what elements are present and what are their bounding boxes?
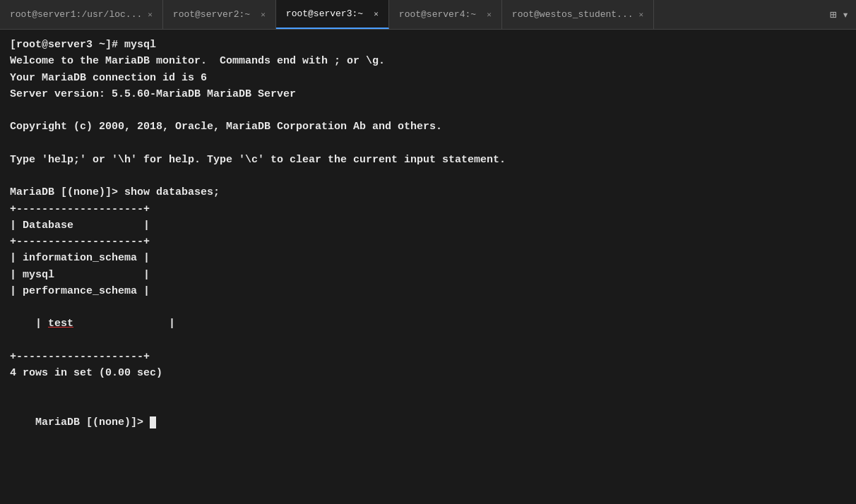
menu-icon[interactable]: ▾ xyxy=(842,8,849,22)
tab-westos[interactable]: root@westos_student... ✕ xyxy=(502,0,654,29)
tab-server2-close[interactable]: ✕ xyxy=(261,10,266,19)
copyright-line: Copyright (c) 2000, 2018, Oracle, MariaD… xyxy=(10,119,846,135)
table-header: | Database | xyxy=(10,217,846,234)
cursor xyxy=(150,416,156,428)
db-row4: | test | xyxy=(10,299,846,349)
help-line: Type 'help;' or '\h' for help. Type '\c'… xyxy=(10,152,846,168)
table-top: +--------------------+ xyxy=(10,201,846,217)
tab-server4-label: root@server4:~ xyxy=(399,9,476,20)
tab-server1-label: root@server1:/usr/loc... xyxy=(10,9,142,20)
tab-westos-label: root@westos_student... xyxy=(512,9,634,20)
tab-server3-close[interactable]: ✕ xyxy=(374,9,379,18)
tab-server2-label: root@server2:~ xyxy=(173,9,250,20)
version-line: Server version: 5.5.60-MariaDB MariaDB S… xyxy=(10,86,846,102)
final-prompt-line: MariaDB [(none)]> xyxy=(10,398,846,448)
db-row3: | performance_schema | xyxy=(10,283,846,299)
tab-server3-label: root@server3:~ xyxy=(286,8,363,19)
tab-server4[interactable]: root@server4:~ ✕ xyxy=(389,0,502,29)
db-row2: | mysql | xyxy=(10,267,846,283)
tab-server2[interactable]: root@server2:~ ✕ xyxy=(163,0,276,29)
tab-server3[interactable]: root@server3:~ ✕ xyxy=(276,0,389,29)
prompt-line: [root@server3 ~]# mysql xyxy=(10,37,846,53)
blank2 xyxy=(10,136,846,152)
new-tab-icon[interactable]: ⊞ xyxy=(830,8,837,22)
db-prompt: MariaDB [(none)]> show databases; xyxy=(10,184,846,200)
blank3 xyxy=(10,168,846,184)
tab-server1-close[interactable]: ✕ xyxy=(148,10,153,19)
tab-bar: root@server1:/usr/loc... ✕ root@server2:… xyxy=(0,0,856,30)
tab-server4-close[interactable]: ✕ xyxy=(487,10,492,19)
blank4 xyxy=(10,381,846,397)
tab-server1[interactable]: root@server1:/usr/loc... ✕ xyxy=(0,0,163,29)
db-row4-text: test xyxy=(48,318,73,330)
db-row1: | information_schema | xyxy=(10,250,846,266)
blank1 xyxy=(10,102,846,119)
tab-westos-close[interactable]: ✕ xyxy=(639,10,644,19)
connection-line: Your MariaDB connection id is 6 xyxy=(10,70,846,86)
result-line: 4 rows in set (0.00 sec) xyxy=(10,365,846,381)
welcome-line: Welcome to the MariaDB monitor. Commands… xyxy=(10,53,846,69)
table-bottom: +--------------------+ xyxy=(10,349,846,365)
tab-bar-actions: ⊞ ▾ xyxy=(823,0,856,29)
final-prompt-text: MariaDB [(none)]> xyxy=(35,416,150,428)
table-sep: +--------------------+ xyxy=(10,234,846,250)
terminal: [root@server3 ~]# mysql Welcome to the M… xyxy=(0,30,856,504)
